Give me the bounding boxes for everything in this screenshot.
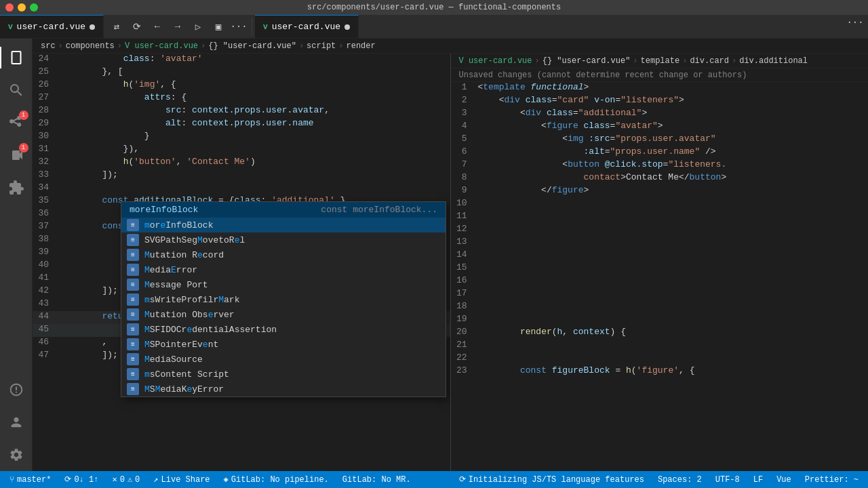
split-editor: 24 class: 'avatar' 25 }, [ 26 h('img', {	[33, 54, 868, 471]
code-line-26: 26 h('img', {	[33, 79, 450, 92]
ac-icon-8: ≡	[127, 338, 139, 350]
sidebar-item-account[interactable]	[0, 406, 33, 439]
r-code-line-5: 5 <img :src="props.user.avatar"	[451, 134, 869, 146]
tab-left-label: user-card.vue	[17, 22, 85, 32]
editor-area: src › components › V user-card.vue › {} …	[33, 39, 868, 471]
close-button[interactable]	[5, 3, 14, 12]
ac-icon-0: ≡	[127, 219, 139, 231]
r-code-line-10: 10	[451, 198, 869, 211]
vue-icon-left: V	[8, 23, 13, 31]
sync-count: 0↓ 1↑	[74, 475, 98, 485]
ac-icon-9: ≡	[127, 353, 139, 365]
tab-right-user-card[interactable]: V user-card.vue	[255, 15, 359, 38]
r-code-line-4: 4 <figure class="avatar">	[451, 121, 869, 134]
status-live-share[interactable]: ↗ Live Share	[151, 471, 212, 488]
source-control-icon[interactable]: ⇄	[109, 19, 124, 34]
forward-icon[interactable]: →	[170, 19, 185, 34]
r-code-line-22: 22	[451, 352, 869, 365]
back-icon[interactable]: ←	[150, 19, 165, 34]
ac-item-9[interactable]: ≡ MediaSource	[121, 352, 446, 367]
ac-item-1[interactable]: ≡ SVGPathSegMovetoRel	[121, 232, 446, 247]
r-code-line-19: 19	[451, 314, 869, 327]
ac-text-4: Message Port	[144, 280, 208, 290]
status-initializing[interactable]: ⟳ Initializing JS/TS language features	[456, 471, 647, 488]
status-language[interactable]: Vue	[774, 471, 794, 488]
split-editor-icon[interactable]: ▣	[211, 19, 226, 34]
autocomplete-header-text: moreInfoBlock	[130, 205, 198, 215]
ac-icon-11: ≡	[127, 383, 139, 395]
tab-right-label: user-card.vue	[272, 22, 340, 32]
r-code-line-18: 18	[451, 301, 869, 314]
ac-item-2[interactable]: ≡ Mutation Record	[121, 247, 446, 262]
sidebar-item-remote[interactable]	[0, 373, 33, 406]
r-code-line-7: 7 <button @click.stop="listeners.	[451, 159, 869, 172]
ac-icon-3: ≡	[127, 264, 139, 276]
activity-bar: 1 1	[0, 39, 33, 471]
autocomplete-dropdown[interactable]: moreInfoBlock const moreInfoBlock... ≡ m…	[121, 201, 446, 397]
status-prettier[interactable]: Prettier: ~	[802, 471, 861, 488]
sync-icon[interactable]: ⟳	[130, 19, 144, 34]
tab-right-dirty	[344, 24, 350, 30]
more-actions-icon[interactable]: ···	[231, 19, 246, 34]
ac-item-4[interactable]: ≡ Message Port	[121, 277, 446, 292]
ac-item-11[interactable]: ≡ MSMediaKeyError	[121, 382, 446, 396]
live-share-icon: ↗	[153, 474, 158, 485]
status-sync[interactable]: ⟳ 0↓ 1↑	[62, 471, 101, 488]
status-spaces[interactable]: Spaces: 2	[655, 471, 705, 488]
tab-left-user-card[interactable]: V user-card.vue	[0, 15, 104, 38]
tab-bar: V user-card.vue ⇄ ⟳ ← → ▷ ▣ ··· V user-c…	[0, 15, 868, 39]
r-code-line-23: 23 const figureBlock = h('figure', {	[451, 365, 869, 378]
ac-item-6[interactable]: ≡ Mutation Observer	[121, 307, 446, 322]
ac-item-10[interactable]: ≡ msContent Script	[121, 367, 446, 382]
r-code-line-1: 1 <template functional>	[451, 82, 869, 95]
sidebar-item-explorer[interactable]	[0, 41, 33, 74]
gitlab-mr-text: GitLab: No MR.	[342, 475, 411, 485]
ac-item-0[interactable]: ≡ moreInfoBlock	[121, 218, 446, 232]
run-icon[interactable]: ▷	[191, 19, 205, 34]
r-code-line-13: 13	[451, 237, 869, 249]
status-gitlab[interactable]: ◈ GitLab: No pipeline.	[221, 471, 332, 488]
minimize-button[interactable]	[18, 3, 26, 12]
status-branch[interactable]: ⑂ master*	[7, 471, 54, 488]
r-code-line-14: 14	[451, 249, 869, 262]
editor-right[interactable]: V user-card.vue › {} "user-card.vue" › t…	[450, 54, 869, 471]
warning-icon: ⚠	[127, 474, 132, 485]
r-code-line-6: 6 :alt="props.user.name" />	[451, 146, 869, 159]
code-line-27: 27 attrs: {	[33, 92, 450, 105]
ac-icon-6: ≡	[127, 308, 139, 321]
ac-text-10: msContent Script	[144, 369, 229, 380]
maximize-button[interactable]	[30, 3, 38, 12]
r-code-line-11: 11	[451, 211, 869, 224]
sidebar-item-search[interactable]	[0, 74, 33, 106]
code-editor-right[interactable]: 1 <template functional> 2 <div class="ca…	[451, 82, 869, 471]
ac-icon-2: ≡	[127, 249, 139, 261]
sidebar-item-source-control[interactable]: 1	[0, 106, 33, 139]
ac-item-8[interactable]: ≡ MSPointerEvent	[121, 337, 446, 352]
ac-text-2: Mutation Record	[144, 250, 224, 260]
ac-item-7[interactable]: ≡ MSFIDOCredentialAssertion	[121, 322, 446, 337]
ac-item-5[interactable]: ≡ msWriteProfilrMark	[121, 292, 446, 307]
sidebar-item-settings[interactable]	[0, 439, 33, 471]
git-branch-icon: ⑂	[9, 475, 14, 485]
status-gitlab-mr[interactable]: GitLab: No MR.	[340, 471, 414, 488]
r-code-line-17: 17	[451, 288, 869, 301]
r-code-line-8: 8 contact>Contact Me</button>	[451, 172, 869, 185]
status-eol[interactable]: LF	[751, 471, 766, 488]
right-more-actions-icon[interactable]: ···	[848, 15, 863, 30]
sidebar-item-extensions[interactable]	[0, 171, 33, 204]
status-errors[interactable]: ✕ 0 ⚠ 0	[109, 471, 142, 488]
vue-icon-right: V	[263, 23, 268, 31]
ac-icon-10: ≡	[127, 368, 139, 380]
tab-actions-left: ⇄ ⟳ ← → ▷ ▣ ···	[104, 15, 252, 38]
r-code-line-15: 15	[451, 262, 869, 275]
status-encoding[interactable]: UTF-8	[713, 471, 743, 488]
editor-left[interactable]: 24 class: 'avatar' 25 }, [ 26 h('img', {	[33, 54, 450, 471]
gitlab-icon: ◈	[224, 474, 229, 485]
ac-text-8: MSPointerEvent	[144, 340, 218, 350]
sidebar-item-run[interactable]: 1	[0, 139, 33, 171]
r-code-line-21: 21	[451, 340, 869, 352]
traffic-lights[interactable]	[5, 3, 38, 12]
r-code-line-2: 2 <div class="card" v-on="listeners">	[451, 95, 869, 108]
ac-item-3[interactable]: ≡ MediaError	[121, 262, 446, 277]
window-title: src/components/user-card.vue — functiona…	[307, 3, 561, 12]
